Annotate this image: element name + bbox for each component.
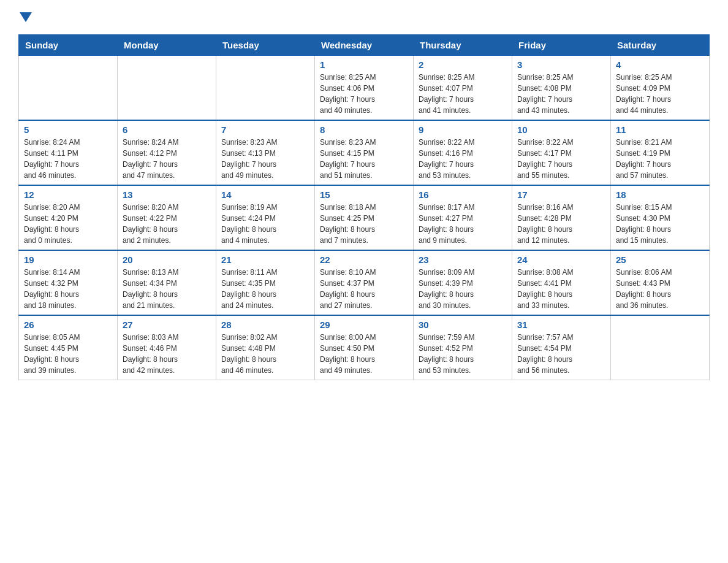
day-info: Sunrise: 8:24 AM Sunset: 4:12 PM Dayligh… bbox=[123, 137, 211, 181]
day-info: Sunrise: 8:02 AM Sunset: 4:48 PM Dayligh… bbox=[221, 332, 309, 376]
calendar-cell: 28Sunrise: 8:02 AM Sunset: 4:48 PM Dayli… bbox=[216, 315, 315, 380]
day-number: 11 bbox=[616, 124, 704, 135]
day-info: Sunrise: 8:25 AM Sunset: 4:09 PM Dayligh… bbox=[616, 72, 704, 116]
header-wednesday: Wednesday bbox=[315, 35, 414, 56]
day-info: Sunrise: 8:00 AM Sunset: 4:50 PM Dayligh… bbox=[320, 332, 408, 376]
day-info: Sunrise: 8:14 AM Sunset: 4:32 PM Dayligh… bbox=[24, 267, 112, 311]
header-tuesday: Tuesday bbox=[216, 35, 315, 56]
day-number: 3 bbox=[517, 59, 605, 70]
calendar-cell: 16Sunrise: 8:17 AM Sunset: 4:27 PM Dayli… bbox=[414, 185, 512, 250]
header-friday: Friday bbox=[512, 35, 611, 56]
header-sunday: Sunday bbox=[19, 35, 118, 56]
day-info: Sunrise: 8:21 AM Sunset: 4:19 PM Dayligh… bbox=[616, 137, 704, 181]
day-number: 29 bbox=[320, 320, 408, 330]
day-info: Sunrise: 8:09 AM Sunset: 4:39 PM Dayligh… bbox=[419, 267, 507, 311]
calendar-cell: 4Sunrise: 8:25 AM Sunset: 4:09 PM Daylig… bbox=[611, 56, 710, 121]
day-info: Sunrise: 8:16 AM Sunset: 4:28 PM Dayligh… bbox=[517, 202, 605, 246]
calendar-week-1: 1Sunrise: 8:25 AM Sunset: 4:06 PM Daylig… bbox=[19, 56, 710, 121]
logo-triangle-icon bbox=[20, 12, 32, 22]
day-number: 28 bbox=[221, 320, 309, 330]
day-number: 13 bbox=[123, 190, 211, 200]
day-number: 25 bbox=[616, 255, 704, 265]
day-info: Sunrise: 8:25 AM Sunset: 4:07 PM Dayligh… bbox=[419, 72, 507, 116]
calendar-cell: 21Sunrise: 8:11 AM Sunset: 4:35 PM Dayli… bbox=[216, 250, 315, 315]
day-info: Sunrise: 8:03 AM Sunset: 4:46 PM Dayligh… bbox=[123, 332, 211, 376]
day-info: Sunrise: 7:57 AM Sunset: 4:54 PM Dayligh… bbox=[517, 332, 605, 376]
calendar-cell: 24Sunrise: 8:08 AM Sunset: 4:41 PM Dayli… bbox=[512, 250, 611, 315]
calendar-cell: 6Sunrise: 8:24 AM Sunset: 4:12 PM Daylig… bbox=[118, 120, 216, 185]
calendar-cell: 2Sunrise: 8:25 AM Sunset: 4:07 PM Daylig… bbox=[414, 56, 512, 121]
calendar-cell bbox=[19, 56, 118, 121]
day-info: Sunrise: 8:24 AM Sunset: 4:11 PM Dayligh… bbox=[24, 137, 112, 181]
day-number: 20 bbox=[123, 255, 211, 265]
calendar-week-2: 5Sunrise: 8:24 AM Sunset: 4:11 PM Daylig… bbox=[19, 120, 710, 185]
day-info: Sunrise: 8:06 AM Sunset: 4:43 PM Dayligh… bbox=[616, 267, 704, 311]
calendar-cell: 8Sunrise: 8:23 AM Sunset: 4:15 PM Daylig… bbox=[315, 120, 414, 185]
calendar-cell: 29Sunrise: 8:00 AM Sunset: 4:50 PM Dayli… bbox=[315, 315, 414, 380]
day-number: 5 bbox=[24, 124, 112, 135]
calendar-week-4: 19Sunrise: 8:14 AM Sunset: 4:32 PM Dayli… bbox=[19, 250, 710, 315]
calendar-cell: 19Sunrise: 8:14 AM Sunset: 4:32 PM Dayli… bbox=[19, 250, 118, 315]
calendar-cell bbox=[611, 315, 710, 380]
day-info: Sunrise: 8:22 AM Sunset: 4:16 PM Dayligh… bbox=[419, 137, 507, 181]
day-number: 12 bbox=[24, 190, 112, 200]
day-number: 26 bbox=[24, 320, 112, 330]
day-info: Sunrise: 8:13 AM Sunset: 4:34 PM Dayligh… bbox=[123, 267, 211, 311]
header-monday: Monday bbox=[118, 35, 216, 56]
calendar-cell: 18Sunrise: 8:15 AM Sunset: 4:30 PM Dayli… bbox=[611, 185, 710, 250]
day-number: 18 bbox=[616, 190, 704, 200]
calendar-week-5: 26Sunrise: 8:05 AM Sunset: 4:45 PM Dayli… bbox=[19, 315, 710, 380]
day-info: Sunrise: 8:20 AM Sunset: 4:22 PM Dayligh… bbox=[123, 202, 211, 246]
day-number: 21 bbox=[221, 255, 309, 265]
day-info: Sunrise: 8:05 AM Sunset: 4:45 PM Dayligh… bbox=[24, 332, 112, 376]
day-number: 6 bbox=[123, 124, 211, 135]
day-number: 24 bbox=[517, 255, 605, 265]
logo bbox=[18, 12, 33, 22]
day-number: 15 bbox=[320, 190, 408, 200]
calendar-cell bbox=[118, 56, 216, 121]
calendar-cell: 5Sunrise: 8:24 AM Sunset: 4:11 PM Daylig… bbox=[19, 120, 118, 185]
calendar-cell: 31Sunrise: 7:57 AM Sunset: 4:54 PM Dayli… bbox=[512, 315, 611, 380]
calendar-cell: 14Sunrise: 8:19 AM Sunset: 4:24 PM Dayli… bbox=[216, 185, 315, 250]
day-info: Sunrise: 8:22 AM Sunset: 4:17 PM Dayligh… bbox=[517, 137, 605, 181]
calendar-cell: 22Sunrise: 8:10 AM Sunset: 4:37 PM Dayli… bbox=[315, 250, 414, 315]
day-number: 23 bbox=[419, 255, 507, 265]
day-info: Sunrise: 8:11 AM Sunset: 4:35 PM Dayligh… bbox=[221, 267, 309, 311]
day-info: Sunrise: 8:23 AM Sunset: 4:15 PM Dayligh… bbox=[320, 137, 408, 181]
calendar-cell: 11Sunrise: 8:21 AM Sunset: 4:19 PM Dayli… bbox=[611, 120, 710, 185]
day-number: 14 bbox=[221, 190, 309, 200]
day-info: Sunrise: 8:25 AM Sunset: 4:08 PM Dayligh… bbox=[517, 72, 605, 116]
calendar-cell: 15Sunrise: 8:18 AM Sunset: 4:25 PM Dayli… bbox=[315, 185, 414, 250]
day-number: 22 bbox=[320, 255, 408, 265]
calendar-cell: 9Sunrise: 8:22 AM Sunset: 4:16 PM Daylig… bbox=[414, 120, 512, 185]
calendar-cell: 30Sunrise: 7:59 AM Sunset: 4:52 PM Dayli… bbox=[414, 315, 512, 380]
day-number: 1 bbox=[320, 59, 408, 70]
header-saturday: Saturday bbox=[611, 35, 710, 56]
calendar-cell: 1Sunrise: 8:25 AM Sunset: 4:06 PM Daylig… bbox=[315, 56, 414, 121]
calendar-cell: 7Sunrise: 8:23 AM Sunset: 4:13 PM Daylig… bbox=[216, 120, 315, 185]
day-number: 19 bbox=[24, 255, 112, 265]
calendar-cell bbox=[216, 56, 315, 121]
day-number: 4 bbox=[616, 59, 704, 70]
calendar-cell: 27Sunrise: 8:03 AM Sunset: 4:46 PM Dayli… bbox=[118, 315, 216, 380]
calendar-cell: 3Sunrise: 8:25 AM Sunset: 4:08 PM Daylig… bbox=[512, 56, 611, 121]
day-number: 2 bbox=[419, 59, 507, 70]
calendar-cell: 12Sunrise: 8:20 AM Sunset: 4:20 PM Dayli… bbox=[19, 185, 118, 250]
calendar-table: SundayMondayTuesdayWednesdayThursdayFrid… bbox=[18, 34, 710, 380]
day-info: Sunrise: 8:19 AM Sunset: 4:24 PM Dayligh… bbox=[221, 202, 309, 246]
day-number: 17 bbox=[517, 190, 605, 200]
day-info: Sunrise: 8:17 AM Sunset: 4:27 PM Dayligh… bbox=[419, 202, 507, 246]
header-thursday: Thursday bbox=[414, 35, 512, 56]
day-info: Sunrise: 8:10 AM Sunset: 4:37 PM Dayligh… bbox=[320, 267, 408, 311]
calendar-cell: 10Sunrise: 8:22 AM Sunset: 4:17 PM Dayli… bbox=[512, 120, 611, 185]
calendar-cell: 25Sunrise: 8:06 AM Sunset: 4:43 PM Dayli… bbox=[611, 250, 710, 315]
page-header bbox=[18, 12, 710, 22]
day-info: Sunrise: 8:23 AM Sunset: 4:13 PM Dayligh… bbox=[221, 137, 309, 181]
calendar-cell: 20Sunrise: 8:13 AM Sunset: 4:34 PM Dayli… bbox=[118, 250, 216, 315]
day-info: Sunrise: 8:25 AM Sunset: 4:06 PM Dayligh… bbox=[320, 72, 408, 116]
day-info: Sunrise: 8:18 AM Sunset: 4:25 PM Dayligh… bbox=[320, 202, 408, 246]
day-info: Sunrise: 8:20 AM Sunset: 4:20 PM Dayligh… bbox=[24, 202, 112, 246]
calendar-cell: 23Sunrise: 8:09 AM Sunset: 4:39 PM Dayli… bbox=[414, 250, 512, 315]
calendar-header-row: SundayMondayTuesdayWednesdayThursdayFrid… bbox=[19, 35, 710, 56]
day-number: 16 bbox=[419, 190, 507, 200]
